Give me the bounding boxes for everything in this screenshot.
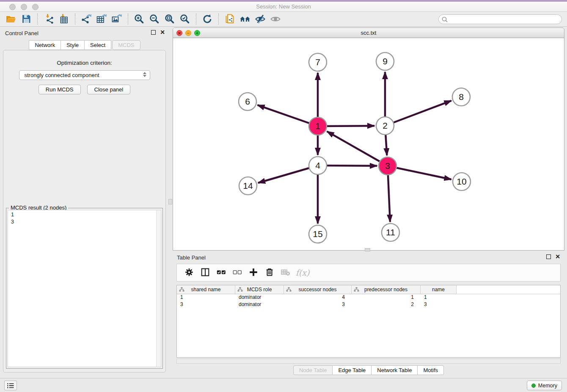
node-11[interactable]: 11 <box>382 224 399 241</box>
home-button[interactable] <box>237 13 253 25</box>
column-layout-button[interactable] <box>198 266 212 279</box>
node-6[interactable]: 6 <box>239 93 256 110</box>
node-10[interactable]: 10 <box>453 173 471 190</box>
save-session-button[interactable] <box>19 13 34 25</box>
column-header-successor-nodes[interactable]: successor nodes <box>284 285 352 294</box>
column-header-predecessor-nodes[interactable]: predecessor nodes <box>352 285 421 294</box>
tab-edge-table[interactable]: Edge Table <box>333 365 372 375</box>
node-3[interactable]: 3 <box>379 157 396 175</box>
table-row[interactable]: 3dominator323 <box>177 301 560 309</box>
zoom-in-icon <box>134 14 145 25</box>
hide-eye-button[interactable] <box>253 13 268 25</box>
float-panel-icon[interactable] <box>151 30 156 35</box>
edge-3-10[interactable] <box>388 166 451 179</box>
tab-motifs[interactable]: Motifs <box>418 365 444 375</box>
toolbar-separator <box>196 14 196 25</box>
zoom-in-button[interactable] <box>132 13 147 25</box>
tab-mcds[interactable]: MCDS <box>112 40 140 50</box>
column-label: name <box>432 287 445 293</box>
refresh-layout-icon <box>202 14 213 25</box>
add-row-button[interactable] <box>246 266 261 279</box>
zoom-selected-button[interactable] <box>177 13 193 25</box>
deselect-all-checks-button[interactable] <box>230 266 245 279</box>
zoom-out-icon <box>149 14 160 25</box>
run-mcds-button[interactable]: Run MCDS <box>39 85 81 94</box>
node-2[interactable]: 2 <box>376 117 394 135</box>
table-float-panel-icon[interactable] <box>546 254 551 259</box>
search-input[interactable] <box>438 14 562 24</box>
criterion-dropdown-value: strongly connected component <box>25 72 99 78</box>
memory-button-label: Memory <box>538 383 557 389</box>
result-scrollbar[interactable] <box>156 210 161 367</box>
memory-button[interactable]: Memory <box>527 381 562 390</box>
network-window-titlebar[interactable]: ✕ − + scc.txt <box>173 28 564 38</box>
import-table-button[interactable] <box>56 13 72 25</box>
table-close-panel-icon[interactable]: ✕ <box>555 254 560 259</box>
select-all-checks-button[interactable] <box>214 266 228 279</box>
tab-node-table[interactable]: Node Table <box>293 365 333 375</box>
edge-3-1[interactable] <box>327 131 388 166</box>
function-builder-icon: f(x) <box>294 268 310 277</box>
column-header-MCDS-role[interactable]: MCDS role <box>235 285 284 294</box>
node-label: 15 <box>313 229 322 239</box>
node-1[interactable]: 1 <box>309 117 327 135</box>
search-field-wrap <box>438 14 562 24</box>
tab-style[interactable]: Style <box>61 40 85 50</box>
delete-row-button[interactable] <box>262 266 277 279</box>
table-horizontal-scrollbar[interactable] <box>176 359 561 364</box>
export-table-button[interactable] <box>94 13 109 25</box>
table-settings-gear-button[interactable] <box>182 266 196 279</box>
node-15[interactable]: 15 <box>309 225 327 243</box>
table-cell: 3 <box>421 301 457 309</box>
zoom-out-button[interactable] <box>147 13 162 25</box>
show-eye-button[interactable] <box>268 13 283 25</box>
open-file-button[interactable] <box>3 13 19 25</box>
node-label: 8 <box>459 92 464 102</box>
window-title: Session: New Session <box>0 3 567 10</box>
close-panel-button[interactable]: Close panel <box>87 85 131 94</box>
node-label: 1 <box>315 121 320 131</box>
column-header-shared-name[interactable]: shared name <box>177 285 235 294</box>
edge-2-8[interactable] <box>385 101 451 126</box>
table-settings-gear-icon <box>184 267 194 279</box>
node-14[interactable]: 14 <box>239 177 257 195</box>
export-image-button[interactable] <box>109 13 124 25</box>
close-panel-icon[interactable]: ✕ <box>160 30 165 35</box>
zoom-selected-icon <box>179 14 190 25</box>
vertical-split-grip[interactable] <box>168 199 172 204</box>
horizontal-split-grip[interactable] <box>365 248 370 251</box>
node-8[interactable]: 8 <box>452 88 470 106</box>
network-canvas[interactable]: 7968124314101511 <box>173 38 564 250</box>
copy-network-button[interactable] <box>222 13 237 25</box>
import-network-button[interactable] <box>41 13 56 25</box>
table-tabs: Node TableEdge TableNetwork TableMotifs <box>173 365 564 375</box>
task-list-icon <box>6 381 15 390</box>
refresh-layout-button[interactable] <box>200 13 215 25</box>
node-table-body: 1dominator4113dominator323 <box>177 294 560 309</box>
tab-network-table[interactable]: Network Table <box>372 365 418 375</box>
control-panel-header: Control Panel ✕ <box>0 27 169 39</box>
dropdown-stepper-icon <box>143 72 146 77</box>
home-icon <box>239 14 250 25</box>
table-cell: 3 <box>284 301 352 309</box>
column-tree-icon <box>179 287 184 292</box>
node-4[interactable]: 4 <box>309 157 327 174</box>
criterion-dropdown[interactable]: strongly connected component <box>19 70 150 80</box>
node-9[interactable]: 9 <box>376 52 394 70</box>
column-header-name[interactable]: name <box>421 285 457 294</box>
node-table-header: shared nameMCDS rolesuccessor nodesprede… <box>177 285 560 294</box>
export-network-button[interactable] <box>79 13 94 25</box>
control-panel: Control Panel ✕ NetworkStyleSelectMCDS O… <box>0 27 169 378</box>
tab-network[interactable]: Network <box>29 40 61 50</box>
edge-1-6[interactable] <box>258 105 318 126</box>
control-panel-tabs: NetworkStyleSelectMCDS <box>0 40 169 50</box>
mcds-result-lines: 13 <box>8 210 161 226</box>
window-titlebar: Session: New Session <box>0 2 567 12</box>
table-row[interactable]: 1dominator411 <box>177 294 560 301</box>
task-history-button[interactable] <box>4 381 17 390</box>
tab-select[interactable]: Select <box>85 40 111 50</box>
node-7[interactable]: 7 <box>309 53 327 71</box>
column-tree-icon <box>286 287 292 292</box>
mcds-result-textarea[interactable]: 13 <box>8 210 161 367</box>
zoom-fit-button[interactable] <box>162 13 177 25</box>
